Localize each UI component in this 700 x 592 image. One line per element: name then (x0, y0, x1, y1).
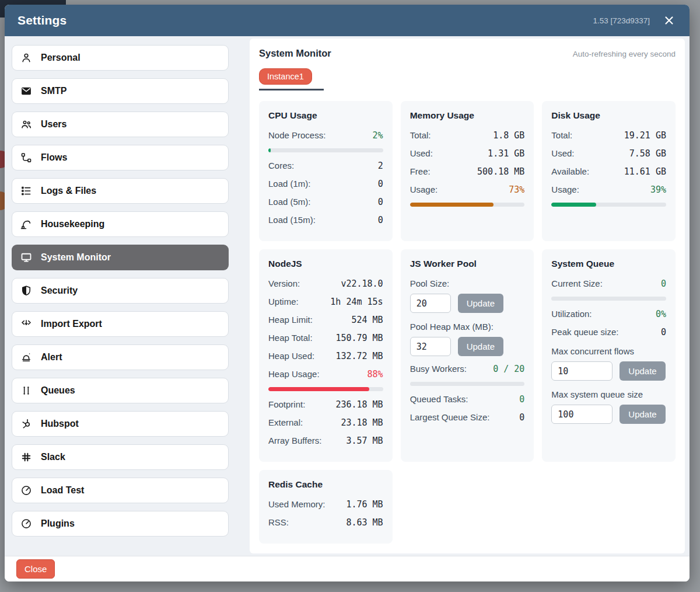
modal-body: PersonalSMTPUsersFlowsLogs & FilesHousek… (5, 36, 690, 556)
metric-value: 1.31 GB (488, 148, 524, 159)
metric-row: Footprint:236.18 MB (268, 399, 383, 410)
metric-row: Heap Total:150.79 MB (268, 333, 383, 343)
metric-row: Uptime:1h 24m 15s (268, 297, 383, 307)
max-concurrent-flows-input[interactable] (551, 361, 612, 381)
metric-row: Heap Usage:88% (268, 369, 383, 379)
metric-row: Usage:39% (551, 184, 666, 195)
close-icon[interactable] (662, 13, 677, 28)
modal-header: Settings 1.53 [723d9337] (5, 5, 690, 36)
sidebar-item-load-test[interactable]: Load Test (12, 478, 229, 503)
max-system-queue-input[interactable] (551, 405, 612, 424)
metric-value: 132.72 MB (335, 351, 383, 361)
metric-row: Node Process:2% (268, 130, 383, 141)
page-title: System Monitor (259, 48, 331, 59)
sidebar-item-system-monitor[interactable]: System Monitor (12, 245, 229, 270)
metric-value: 524 MB (351, 315, 383, 325)
metric-label: Cores: (268, 161, 294, 170)
slack-icon (20, 451, 32, 463)
max-system-queue-update-button[interactable]: Update (620, 405, 665, 424)
version-label: 1.53 [723d9337] (593, 16, 650, 25)
metric-label: Available: (551, 166, 589, 176)
sidebar-item-label: Load Test (41, 485, 84, 496)
progress-bar (268, 387, 383, 391)
metric-label: Node Process: (268, 130, 326, 140)
metric-value: 2% (373, 130, 383, 141)
card-title: Disk Usage (551, 110, 666, 121)
sidebar-item-import-export[interactable]: Import Export (12, 311, 229, 337)
pool-size-input[interactable] (410, 294, 451, 313)
pool-size-update-button[interactable]: Update (458, 294, 503, 313)
pool-heap-max-input[interactable] (410, 337, 451, 356)
metric-row: Load (5m):0 (268, 197, 383, 207)
import-export-icon (20, 318, 32, 330)
metric-value: 23.18 MB (341, 417, 383, 428)
metric-label: Version: (268, 278, 300, 288)
metric-label: Array Buffers: (268, 436, 321, 445)
siren-icon (20, 351, 32, 363)
metric-row: Used Memory:1.76 MB (268, 499, 383, 510)
metric-row: Utilization:0% (551, 309, 666, 319)
sidebar-item-label: Security (41, 285, 78, 296)
sidebar-item-label: Personal (41, 53, 80, 63)
metric-label: Total: (551, 130, 572, 140)
metric-value: 150.79 MB (335, 333, 383, 343)
metric-value: 0 (661, 278, 666, 289)
sidebar-item-flows[interactable]: Flows (12, 145, 229, 170)
refresh-note: Auto-refreshing every second (573, 50, 676, 58)
sidebar-item-queues[interactable]: Queues (12, 378, 229, 403)
metric-row: Heap Limit:524 MB (268, 315, 383, 325)
progress-fill (268, 148, 271, 152)
tab-instance1: Instance1 (259, 68, 324, 90)
main-area: System Monitor Auto-refreshing every sec… (250, 39, 685, 556)
sidebar-item-personal[interactable]: Personal (12, 45, 229, 71)
field-row: Update (410, 294, 525, 313)
metric-value: v22.18.0 (341, 278, 383, 289)
metric-label: Load (1m): (268, 179, 311, 189)
sidebar-item-security[interactable]: Security (12, 278, 229, 304)
sidebar-item-housekeeping[interactable]: Housekeeping (12, 211, 229, 237)
metric-label: Usage: (410, 184, 438, 194)
sidebar-item-label: Logs & Files (41, 186, 96, 196)
metric-row: Used:7.58 GB (551, 148, 666, 159)
metric-label: Load (5m): (268, 197, 311, 207)
progress-bar (410, 203, 525, 207)
metric-value: 7.58 GB (629, 148, 666, 159)
settings-modal: Settings 1.53 [723d9337] PersonalSMTPUse… (5, 5, 690, 581)
metric-row: Busy Workers:0 / 20 (410, 364, 525, 374)
card-redis-cache: Redis CacheUsed Memory:1.76 MBRSS:8.63 M… (259, 470, 393, 544)
list-icon (20, 185, 32, 197)
metric-row: Current Size:0 (551, 278, 666, 289)
metric-label: Busy Workers: (410, 364, 467, 374)
sidebar-item-hubspot[interactable]: Hubspot (12, 411, 229, 437)
metric-label: Heap Used: (268, 351, 314, 361)
settings-sidebar: PersonalSMTPUsersFlowsLogs & FilesHousek… (12, 36, 229, 556)
metric-label: Queued Tasks: (410, 394, 468, 404)
sidebar-item-plugins[interactable]: Plugins (12, 511, 229, 537)
metric-value: 0% (656, 309, 666, 319)
monitor-icon (20, 252, 32, 263)
metric-value: 500.18 MB (477, 166, 524, 177)
metric-label: Largest Queue Size: (410, 412, 490, 422)
metric-value: 19.21 GB (624, 130, 666, 141)
tab-pill-instance1[interactable]: Instance1 (259, 68, 312, 85)
shield-icon (20, 285, 32, 297)
field-row: Update (551, 405, 666, 424)
sidebar-item-slack[interactable]: Slack (12, 444, 229, 470)
metric-value: 39% (650, 184, 666, 195)
metric-row: Total:19.21 GB (551, 130, 666, 141)
metric-row: Array Buffers:3.57 MB (268, 436, 383, 446)
progress-fill (268, 387, 369, 391)
max-concurrent-flows-update-button[interactable]: Update (620, 361, 665, 381)
sidebar-item-logs-files[interactable]: Logs & Files (12, 178, 229, 204)
metric-label: Used Memory: (268, 499, 326, 509)
sidebar-item-alert[interactable]: Alert (12, 344, 229, 370)
progress-bar (551, 203, 666, 207)
pool-heap-max-update-button[interactable]: Update (458, 337, 503, 356)
sidebar-item-label: Hubspot (41, 419, 79, 429)
metric-label: RSS: (268, 517, 289, 527)
sidebar-item-smtp[interactable]: SMTP (12, 78, 229, 104)
close-button[interactable]: Close (16, 559, 55, 579)
sidebar-item-users[interactable]: Users (12, 112, 229, 137)
metrics-grid: CPU UsageNode Process:2%Cores:2Load (1m)… (259, 101, 676, 544)
metric-value: 1.76 MB (346, 499, 383, 510)
